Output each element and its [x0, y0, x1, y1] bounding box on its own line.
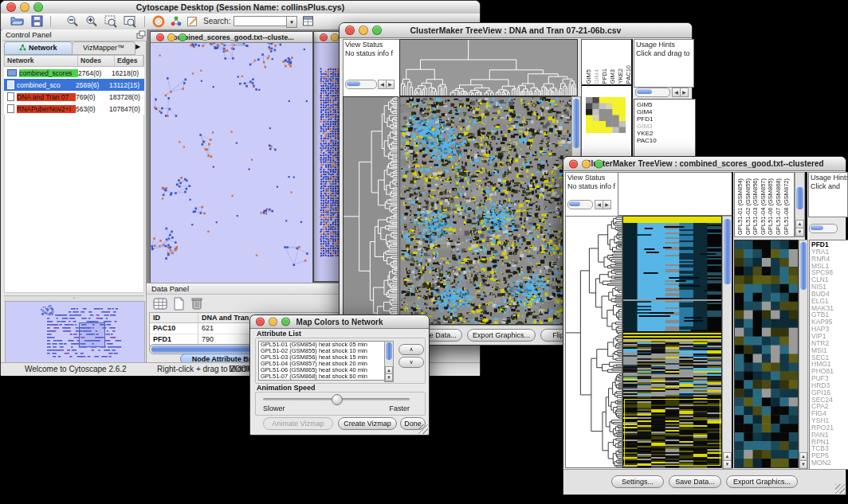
- create-vizmap-button[interactable]: Create Vizmap: [338, 417, 397, 430]
- tab-overflow-icon[interactable]: ▶: [135, 43, 140, 50]
- column-labels-vscrollbar[interactable]: ▲ ▼: [795, 172, 805, 237]
- network-overview-thumbnail[interactable]: [5, 301, 145, 363]
- scroll-thumb[interactable]: [637, 89, 652, 94]
- scroll-thumb[interactable]: [573, 99, 579, 148]
- attribute-list-item[interactable]: GPL51-06 (GSM865) heat shock 40 min: [261, 367, 385, 373]
- zoom-icon[interactable]: [281, 318, 290, 326]
- search-dropdown-icon[interactable]: ▾: [286, 16, 297, 28]
- scroll-thumb[interactable]: [811, 225, 823, 230]
- scroll-thumb[interactable]: [569, 201, 580, 206]
- search-input[interactable]: [234, 16, 288, 26]
- close-icon[interactable]: [6, 2, 16, 12]
- zoom-heatmap-canvas[interactable]: [734, 240, 799, 468]
- view-status-box: View Status No status info f ◀ ▶: [565, 172, 619, 217]
- scroll-down-icon[interactable]: ▼: [795, 228, 804, 236]
- correlation-matrix-canvas[interactable]: [586, 97, 626, 133]
- settings-button[interactable]: Settings...: [611, 475, 664, 488]
- minimize-icon[interactable]: [331, 33, 339, 41]
- zoom-icon[interactable]: [595, 159, 603, 168]
- attribute-list-item[interactable]: GPL51-02 (GSM855) heat shock 10 min: [261, 348, 385, 354]
- close-icon[interactable]: [345, 25, 355, 35]
- export-graphics-button[interactable]: Export Graphics...: [467, 329, 536, 342]
- heatmap-canvas[interactable]: [622, 216, 722, 468]
- trash-icon[interactable]: [190, 296, 203, 314]
- mini-hscrollbar[interactable]: [809, 224, 838, 233]
- column-tree-area[interactable]: [618, 172, 732, 216]
- zoom-vscrollbar[interactable]: ▲ ▼: [799, 240, 808, 470]
- network-row[interactable]: DNA and Tran 07 769(0) 183728(0): [4, 91, 144, 103]
- network-row[interactable]: combined_scores 2764(0) 16218(0): [4, 67, 144, 79]
- dialog-title-bar[interactable]: Map Colors to Network: [250, 315, 429, 329]
- treeview2-title-bar[interactable]: ClusterMaker TreeView : combined_scores_…: [563, 157, 846, 171]
- help-ring-icon[interactable]: [152, 15, 166, 28]
- minimize-icon[interactable]: [20, 2, 29, 12]
- move-up-button[interactable]: ∧: [398, 344, 424, 355]
- close-icon[interactable]: [320, 33, 328, 41]
- network-row[interactable]: combined_sco 2569(6) 13112(15): [4, 79, 144, 91]
- main-title-bar[interactable]: Cytoscape Desktop (Session Name: collins…: [1, 1, 480, 14]
- table-grid-icon[interactable]: [153, 297, 168, 314]
- animate-vizmap-button[interactable]: Animate Vizmap: [263, 417, 333, 430]
- new-document-icon[interactable]: [173, 297, 185, 314]
- network-view-title-bar[interactable]: combined_scores_good.txt--cluste...: [151, 32, 312, 43]
- close-icon[interactable]: [256, 318, 265, 326]
- annotation-icon[interactable]: [186, 15, 200, 28]
- attribute-list-item[interactable]: GPL51-04 (GSM857) heat shock 20 min: [261, 361, 385, 367]
- resize-grip[interactable]: [835, 484, 845, 494]
- zoom-out-icon[interactable]: [66, 15, 80, 28]
- zoom-icon[interactable]: [372, 25, 382, 35]
- scroll-down-icon[interactable]: ▼: [723, 460, 732, 469]
- attribute-list[interactable]: GPL51-01 (GSM854) heat shock 05 minGPL51…: [258, 341, 387, 381]
- zoom-icon[interactable]: [33, 2, 43, 12]
- open-folder-icon[interactable]: [10, 15, 24, 28]
- resize-grip[interactable]: [418, 424, 428, 434]
- minimize-icon[interactable]: [582, 159, 591, 168]
- zoom-fit-icon[interactable]: [124, 15, 137, 28]
- zoom-icon[interactable]: [179, 33, 186, 41]
- row-dendrogram[interactable]: [343, 96, 398, 325]
- save-icon[interactable]: [31, 15, 45, 28]
- control-panel-title: Control Panel: [6, 30, 52, 39]
- control-panel-tabs: Network VizMapper™ ▶: [4, 41, 144, 54]
- attribute-list-vscrollbar[interactable]: ▲ ▼: [384, 341, 394, 382]
- zoom-selected-icon[interactable]: [104, 15, 118, 28]
- save-data-button[interactable]: Save Data...: [669, 475, 721, 488]
- scroll-thumb[interactable]: [724, 219, 731, 284]
- attribute-table-icon[interactable]: [302, 15, 316, 28]
- zoom-in-icon[interactable]: [85, 15, 99, 28]
- scroll-right-icon[interactable]: ▶: [386, 80, 395, 89]
- attribute-list-item[interactable]: GPL51-01 (GSM854) heat shock 05 min: [261, 342, 385, 348]
- scroll-right-icon[interactable]: ▶: [680, 88, 689, 97]
- minimize-icon[interactable]: [269, 318, 277, 326]
- column-label: GPL51-07 (GSM868): [775, 178, 783, 235]
- network-modify-icon[interactable]: [170, 15, 183, 28]
- export-graphics-button[interactable]: Export Graphics...: [726, 475, 798, 488]
- minimize-icon[interactable]: [167, 33, 175, 41]
- scroll-right-icon[interactable]: ▶: [603, 200, 611, 209]
- scroll-down-icon[interactable]: ▼: [799, 460, 807, 469]
- row-dendrogram[interactable]: [565, 216, 622, 468]
- tab-vizmapper[interactable]: VizMapper™: [72, 41, 135, 55]
- mini-hscrollbar[interactable]: [635, 88, 670, 97]
- scroll-down-icon[interactable]: ▼: [385, 373, 393, 381]
- network-row[interactable]: RNAPuberNov2+I 563(0) 107847(0): [4, 103, 144, 115]
- scroll-thumb[interactable]: [347, 81, 360, 86]
- mini-hscrollbar[interactable]: [345, 80, 377, 89]
- network-name: RNAPuberNov2+I: [17, 105, 76, 113]
- treeview1-title-bar[interactable]: ClusterMaker TreeView : DNA and Tran 07-…: [340, 23, 692, 38]
- heatmap-canvas[interactable]: [399, 96, 572, 325]
- close-icon[interactable]: [569, 159, 578, 168]
- mini-hscrollbar[interactable]: [567, 200, 593, 209]
- attribute-list-item[interactable]: GPL51-03 (GSM856) heat shock 15 min: [261, 354, 385, 361]
- minimize-icon[interactable]: [359, 25, 368, 35]
- move-down-button[interactable]: ∨: [398, 357, 424, 368]
- network-view-canvas[interactable]: [151, 32, 311, 271]
- scroll-thumb[interactable]: [386, 342, 392, 360]
- column-dendrogram[interactable]: [399, 39, 578, 96]
- speed-slider-thumb[interactable]: [332, 394, 343, 405]
- attribute-list-item[interactable]: GPL51-07 (GSM868) heat shock 60 min: [261, 373, 385, 380]
- tab-network[interactable]: Network: [4, 41, 73, 55]
- scroll-thumb[interactable]: [796, 187, 803, 209]
- close-icon[interactable]: [156, 33, 164, 41]
- scroll-thumb[interactable]: [800, 242, 807, 290]
